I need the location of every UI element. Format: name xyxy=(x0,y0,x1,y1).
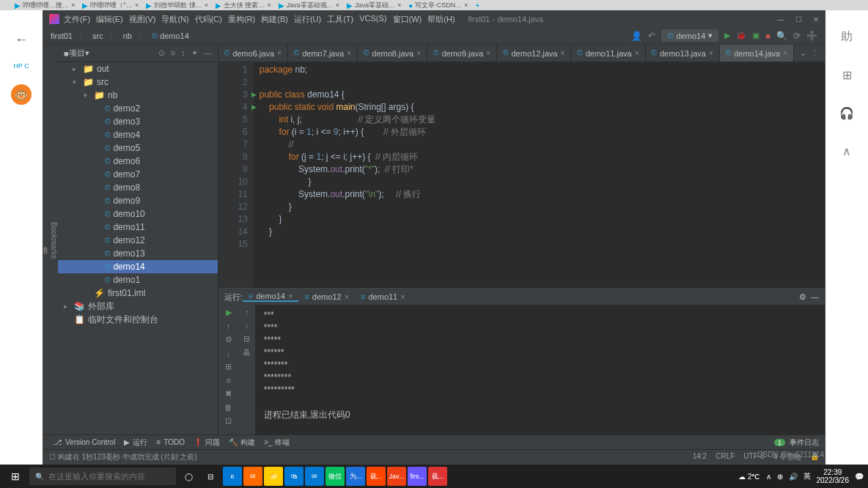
search-input[interactable] xyxy=(48,472,170,481)
tree-item[interactable]: ©demo6 xyxy=(58,155,218,168)
start-button[interactable]: ⊞ xyxy=(4,470,26,482)
taskbar-search[interactable]: 🔍 xyxy=(29,467,176,485)
volume-icon[interactable]: 🔊 xyxy=(789,473,798,481)
maximize-icon[interactable]: ☐ xyxy=(795,15,802,23)
stop-icon[interactable]: ■ xyxy=(765,32,770,40)
tree-item[interactable]: ©demo5 xyxy=(58,141,218,155)
editor-tab[interactable]: ©demo11.java× xyxy=(571,45,645,62)
menu-item[interactable]: 构建(B) xyxy=(261,14,288,25)
taskbar-app[interactable]: 载... xyxy=(367,467,386,486)
notification-icon[interactable]: 💬 xyxy=(855,473,864,481)
tray-chevron-icon[interactable]: ∧ xyxy=(766,473,771,481)
run-tool-icon[interactable]: ⊞ xyxy=(225,362,232,371)
bottom-toolbar[interactable]: ⎇Version Control▶运行≡TODO❗问题🔨构建>_终端 1 事件日… xyxy=(43,435,825,449)
tree-item[interactable]: ⚡first01.iml xyxy=(58,286,218,300)
run-tool-icon[interactable]: ⊡ xyxy=(225,416,232,426)
print-icon[interactable]: 🖶 xyxy=(243,348,251,357)
run-tab[interactable]: ≡demo11 × xyxy=(355,292,411,302)
up-icon[interactable]: ↑ xyxy=(245,308,249,317)
minimize-icon[interactable]: — xyxy=(777,15,784,23)
tree-item[interactable]: ▾📁nb xyxy=(58,89,218,102)
chevron-down-icon[interactable]: ⌄ xyxy=(800,48,806,58)
taskbar-app[interactable]: Jav... xyxy=(387,467,406,486)
sidebar-tool-icon[interactable]: ∧ xyxy=(835,139,858,163)
run-tool-icon[interactable]: ≡ xyxy=(227,376,231,385)
editor-tab[interactable]: ©demo7.java× xyxy=(288,45,358,62)
project-tree[interactable]: ▸📁out▾📁src▾📁nb©demo2©demo3©demo4©demo5©d… xyxy=(58,62,218,435)
editor-tab[interactable]: ©demo6.java× xyxy=(218,45,288,62)
tree-item[interactable]: ▾📁src xyxy=(58,75,218,89)
editor-tabs[interactable]: ©demo6.java×©demo7.java×©demo8.java×©dem… xyxy=(218,45,825,62)
clock[interactable]: 22:39 2022/3/26 xyxy=(817,468,850,484)
run-tool-icon[interactable]: ↑ xyxy=(227,322,231,330)
run-tabs[interactable]: 运行: ≡demo14 ×≡demo12 ×≡demo11 × ⚙— xyxy=(218,289,825,305)
tree-item[interactable]: ©demo2 xyxy=(58,102,218,115)
coverage-icon[interactable]: ▣ xyxy=(752,31,760,40)
run-tool-icon[interactable]: ⚙ xyxy=(225,335,232,344)
status-item[interactable]: CRLF xyxy=(716,452,735,462)
debug-icon[interactable]: 🐞 xyxy=(736,31,746,40)
editor-tab[interactable]: ©demo13.java× xyxy=(646,45,720,62)
bottom-tool-button[interactable]: ❗问题 xyxy=(189,437,224,448)
code-area[interactable]: 123▶4▶56789101112131415 package nb;publi… xyxy=(218,62,825,288)
menu-item[interactable]: VCS(S) xyxy=(359,14,386,25)
run-tool-icon[interactable]: ✖ xyxy=(225,389,232,399)
tree-item[interactable]: ©demo3 xyxy=(58,115,218,128)
gear-icon[interactable]: ⚙ xyxy=(799,292,806,302)
browser-tab[interactable]: ▶刘德华唱歌 捜…× xyxy=(146,1,208,10)
search-icon[interactable]: 🔍 xyxy=(776,31,787,41)
tree-item[interactable]: ©demo7 xyxy=(58,168,218,181)
cortana-icon[interactable]: ⊟ xyxy=(201,467,220,486)
menu-item[interactable]: 视图(V) xyxy=(129,14,156,25)
browser-tab[interactable]: ▶哔哩哔哩（°…× xyxy=(82,1,139,10)
bottom-tool-button[interactable]: 🔨构建 xyxy=(224,437,260,448)
browser-tab[interactable]: + xyxy=(476,1,485,10)
run-tool-icon[interactable]: ↓ xyxy=(227,349,231,358)
taskbar-app[interactable]: 📁 xyxy=(264,467,283,486)
ime-indicator[interactable]: 英 xyxy=(803,471,811,481)
panel-tool-icon[interactable]: ↕ xyxy=(181,48,185,58)
back-icon[interactable]: ↶ xyxy=(648,31,655,41)
bottom-tool-button[interactable]: ≡TODO xyxy=(152,437,189,448)
menu-item[interactable]: 帮助(H) xyxy=(427,14,455,25)
browser-tab[interactable]: ▶哔哩哔哩…搜…× xyxy=(15,1,75,10)
more-icon[interactable]: ⋮ xyxy=(811,48,819,58)
taskbar-app[interactable]: e xyxy=(223,467,242,486)
tree-item[interactable]: ©demo10 xyxy=(58,207,218,221)
breadcrumb[interactable]: first01〉src〉nb〉© demo14 xyxy=(51,30,189,41)
panel-tool-icon[interactable]: ⊙ xyxy=(158,48,165,58)
back-icon[interactable]: ← xyxy=(15,32,28,48)
menu-bar[interactable]: 文件(F)编辑(E)视图(V)导航(N)代码(C)重构(R)构建(B)运行(U)… xyxy=(64,14,455,25)
editor-tab[interactable]: ©demo9.java× xyxy=(427,45,497,62)
panel-tool-icon[interactable]: ≡ xyxy=(171,48,175,58)
panel-tool-icon[interactable]: ✦ xyxy=(191,48,198,58)
tree-item[interactable]: ©demo11 xyxy=(58,221,218,234)
editor-tab[interactable]: ©demo14.java× xyxy=(720,45,794,62)
event-log-button[interactable]: 事件日志 xyxy=(790,437,819,448)
run-tool-icon[interactable]: 🗑 xyxy=(224,403,232,412)
weather[interactable]: ☁ 2℃ xyxy=(738,473,760,481)
minimize-panel-icon[interactable]: — xyxy=(811,292,819,302)
wrap-icon[interactable]: ⊟ xyxy=(243,334,250,344)
sidebar-tool-icon[interactable]: ⊞ xyxy=(835,63,858,86)
editor-tab[interactable]: ©demo12.java× xyxy=(497,45,571,62)
run-tab[interactable]: ≡demo14 × xyxy=(243,292,299,302)
ide-help-icon[interactable]: ➕ xyxy=(806,31,817,41)
run-tab[interactable]: ≡demo12 × xyxy=(298,292,355,302)
taskbar-app[interactable]: firs... xyxy=(408,467,427,486)
menu-item[interactable]: 运行(U) xyxy=(294,14,321,25)
menu-item[interactable]: 重构(R) xyxy=(228,14,255,25)
run-toolbar-2[interactable]: ↑ ↓ ⊟ 🖶 xyxy=(239,305,255,435)
menu-item[interactable]: 导航(N) xyxy=(161,14,188,25)
code-content[interactable]: package nb;public class demo14 { public … xyxy=(254,62,825,288)
taskbar-app[interactable]: 为... xyxy=(346,467,365,486)
tree-item[interactable]: ©demo1 xyxy=(58,273,218,286)
tree-item[interactable]: 📋临时文件和控制台 xyxy=(58,313,218,326)
menu-item[interactable]: 工具(T) xyxy=(327,14,353,25)
sidebar-tool-icon[interactable]: 助 xyxy=(835,25,858,48)
panel-tool-icon[interactable]: — xyxy=(204,48,212,58)
tree-item[interactable]: ©demo9 xyxy=(58,194,218,207)
menu-item[interactable]: 文件(F) xyxy=(64,14,90,25)
menu-item[interactable]: 编辑(E) xyxy=(96,14,123,25)
task-view-icon[interactable]: ◯ xyxy=(179,467,198,486)
